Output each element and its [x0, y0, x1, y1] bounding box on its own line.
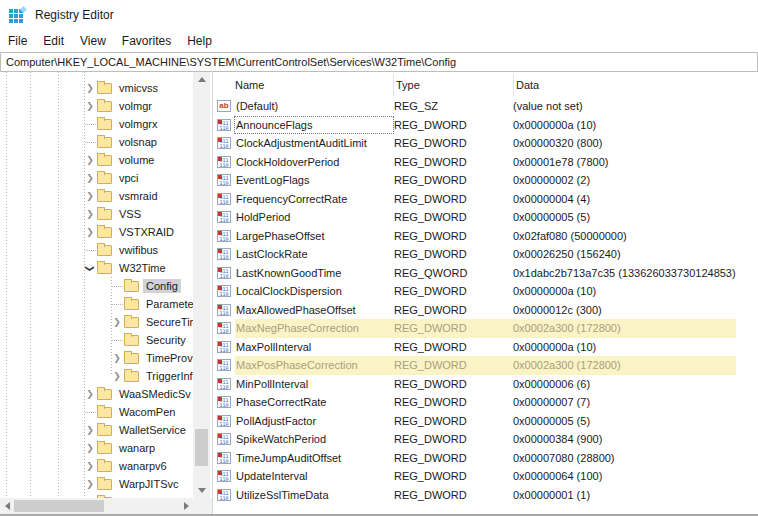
tree-item-volmgrx[interactable]: volmgrx — [0, 115, 193, 133]
chevron-right-icon[interactable]: ❯ — [83, 174, 97, 183]
chevron-down-icon[interactable]: ❯ — [83, 264, 97, 273]
value-row-phasecorrectrate[interactable]: 011110PhaseCorrectRateREG_DWORD0x0000000… — [217, 393, 758, 412]
value-name[interactable]: AnnounceFlags — [235, 117, 393, 133]
menu-edit[interactable]: Edit — [35, 31, 72, 52]
value-row-polladjustfactor[interactable]: 011110PollAdjustFactorREG_DWORD0x0000000… — [217, 412, 758, 431]
value-row-maxpollinterval[interactable]: 011110MaxPollIntervalREG_DWORD0x0000000a… — [217, 338, 758, 357]
tree-item-parameters[interactable]: Parameters — [0, 295, 193, 313]
menu-file[interactable]: File — [0, 31, 35, 52]
chevron-right-icon[interactable]: ❯ — [83, 156, 97, 165]
tree-item-vpci[interactable]: ❯vpci — [0, 169, 193, 187]
value-name[interactable]: PollAdjustFactor — [235, 413, 393, 429]
value-name[interactable]: ClockHoldoverPeriod — [235, 154, 393, 170]
value-name[interactable]: PhaseCorrectRate — [235, 394, 393, 410]
chevron-right-icon[interactable]: ❯ — [83, 444, 97, 453]
value-name[interactable]: LargePhaseOffset — [235, 228, 393, 244]
horizontal-scroll-thumb[interactable] — [14, 500, 104, 512]
value-row-lastclockrate[interactable]: 011110LastClockRateREG_DWORD0x00026250 (… — [217, 245, 758, 264]
value-name[interactable]: MaxAllowedPhaseOffset — [235, 302, 393, 318]
value-row-maxallowedphaseoffset[interactable]: 011110MaxAllowedPhaseOffsetREG_DWORD0x00… — [217, 301, 758, 320]
chevron-right-icon[interactable]: ❯ — [83, 462, 97, 471]
value-name[interactable]: LastKnownGoodTime — [235, 265, 393, 281]
tree-horizontal-scrollbar[interactable] — [0, 498, 193, 514]
tree-item-vstxraid[interactable]: ❯VSTXRAID — [0, 223, 193, 241]
tree-item-wanarp[interactable]: ❯wanarp — [0, 439, 193, 457]
value-row-localclockdispersion[interactable]: 011110LocalClockDispersionREG_DWORD0x000… — [217, 282, 758, 301]
tree-item-wanarpv6[interactable]: ❯wanarpv6 — [0, 457, 193, 475]
tree-item-walletservice[interactable]: ❯WalletService — [0, 421, 193, 439]
tree-item-security[interactable]: Security — [0, 331, 193, 349]
menu-help[interactable]: Help — [179, 31, 220, 52]
value-row-clockadjustmentauditlimit[interactable]: 011110ClockAdjustmentAuditLimitREG_DWORD… — [217, 134, 758, 153]
value-name[interactable]: MaxNegPhaseCorrection — [235, 320, 393, 336]
value-row-holdperiod[interactable]: 011110HoldPeriodREG_DWORD0x00000005 (5) — [217, 208, 758, 227]
menu-favorites[interactable]: Favorites — [114, 31, 179, 52]
tree-item-w32time[interactable]: ❯W32Time — [0, 259, 193, 277]
value-row-spikewatchperiod[interactable]: 011110SpikeWatchPeriodREG_DWORD0x0000038… — [217, 430, 758, 449]
tree-item-volume[interactable]: ❯volume — [0, 151, 193, 169]
value-row-minpollinterval[interactable]: 011110MinPollIntervalREG_DWORD0x00000006… — [217, 375, 758, 394]
value-name[interactable]: FrequencyCorrectRate — [235, 191, 393, 207]
value-row-eventlogflags[interactable]: 011110EventLogFlagsREG_DWORD0x00000002 (… — [217, 171, 758, 190]
chevron-right-icon[interactable]: ❯ — [83, 390, 97, 399]
tree-item-config[interactable]: Config — [0, 277, 193, 295]
tree-item-triggerinfo[interactable]: ❯TriggerInfo — [0, 367, 193, 385]
chevron-right-icon[interactable]: ❯ — [110, 354, 124, 363]
tree-item-wacompen[interactable]: WacomPen — [0, 403, 193, 421]
value-row-clockholdoverperiod[interactable]: 011110ClockHoldoverPeriodREG_DWORD0x0000… — [217, 153, 758, 172]
scroll-left-button[interactable] — [0, 498, 14, 514]
value-row-maxposphasecorrection[interactable]: 011110MaxPosPhaseCorrectionREG_DWORD0x00… — [217, 356, 758, 375]
chevron-right-icon[interactable]: ❯ — [83, 192, 97, 201]
chevron-right-icon[interactable]: ❯ — [110, 372, 124, 381]
chevron-right-icon[interactable]: ❯ — [83, 480, 97, 489]
value-row-timejumpauditoffset[interactable]: 011110TimeJumpAuditOffsetREG_DWORD0x0000… — [217, 449, 758, 468]
value-name[interactable]: TimeJumpAuditOffset — [235, 450, 393, 466]
value-name[interactable]: MinPollInterval — [235, 376, 393, 392]
chevron-right-icon[interactable]: ❯ — [83, 84, 97, 93]
tree-item-volmgr[interactable]: ❯volmgr — [0, 97, 193, 115]
tree-item-vss[interactable]: ❯VSS — [0, 205, 193, 223]
scroll-down-button[interactable] — [193, 483, 210, 498]
chevron-right-icon[interactable]: ❯ — [83, 228, 97, 237]
vertical-scroll-thumb[interactable] — [195, 429, 208, 466]
value-name[interactable]: SpikeWatchPeriod — [235, 431, 393, 447]
column-header-name[interactable]: Name — [217, 74, 393, 96]
column-header-data[interactable]: Data — [513, 74, 758, 96]
value-row-updateinterval[interactable]: 011110UpdateIntervalREG_DWORD0x00000064 … — [217, 467, 758, 486]
chevron-right-icon[interactable]: ❯ — [110, 318, 124, 327]
value-row-default[interactable]: ab(Default)REG_SZ(value not set) — [217, 97, 758, 116]
value-name[interactable]: ClockAdjustmentAuditLimit — [235, 135, 393, 151]
chevron-right-icon[interactable]: ❯ — [83, 210, 97, 219]
value-row-largephaseoffset[interactable]: 011110LargePhaseOffsetREG_DWORD0x02faf08… — [217, 227, 758, 246]
value-name[interactable]: EventLogFlags — [235, 172, 393, 188]
chevron-right-icon[interactable]: ❯ — [83, 102, 97, 111]
tree-item-warpjitsvc[interactable]: ❯WarpJITSvc — [0, 475, 193, 493]
tree-item-timeprovid[interactable]: ❯TimeProvid — [0, 349, 193, 367]
value-name[interactable]: UtilizeSslTimeData — [235, 487, 393, 503]
address-input[interactable] — [0, 52, 758, 72]
column-header-type[interactable]: Type — [393, 74, 513, 96]
value-name[interactable]: (Default) — [235, 98, 393, 114]
value-row-maxnegphasecorrection[interactable]: 011110MaxNegPhaseCorrectionREG_DWORD0x00… — [217, 319, 758, 338]
chevron-right-icon[interactable]: ❯ — [83, 426, 97, 435]
value-row-lastknowngoodtime[interactable]: 011110LastKnownGoodTimeREG_QWORD0x1dabc2… — [217, 264, 758, 283]
scroll-up-button[interactable] — [193, 72, 210, 87]
value-row-frequencycorrectrate[interactable]: 011110FrequencyCorrectRateREG_DWORD0x000… — [217, 190, 758, 209]
value-row-utilizessltimedata[interactable]: 011110UtilizeSslTimeDataREG_DWORD0x00000… — [217, 486, 758, 505]
value-name[interactable]: UpdateInterval — [235, 468, 393, 484]
tree-item-vmicvss[interactable]: ❯vmicvss — [0, 79, 193, 97]
value-row-announceflags[interactable]: 011110AnnounceFlagsREG_DWORD0x0000000a (… — [217, 116, 758, 135]
value-name[interactable]: HoldPeriod — [235, 209, 393, 225]
value-name[interactable]: LocalClockDispersion — [235, 283, 393, 299]
menu-view[interactable]: View — [72, 31, 114, 52]
scroll-right-button[interactable] — [179, 498, 193, 514]
tree-item-waasmedicsv[interactable]: ❯WaaSMedicSv — [0, 385, 193, 403]
tree-vertical-scrollbar[interactable] — [193, 72, 210, 498]
tree-item-vwifibus[interactable]: vwifibus — [0, 241, 193, 259]
tree-item-securetime[interactable]: ❯SecureTime — [0, 313, 193, 331]
value-name[interactable]: LastClockRate — [235, 246, 393, 262]
value-name[interactable]: MaxPosPhaseCorrection — [235, 357, 393, 373]
value-name[interactable]: MaxPollInterval — [235, 339, 393, 355]
tree-item-vsmraid[interactable]: ❯vsmraid — [0, 187, 193, 205]
tree-item-volsnap[interactable]: volsnap — [0, 133, 193, 151]
